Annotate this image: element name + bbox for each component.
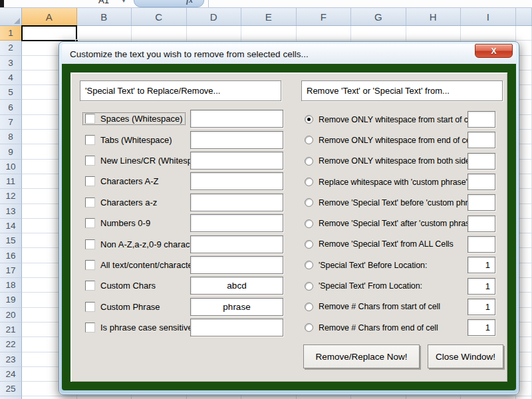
checkbox[interactable] [85, 156, 95, 166]
column-header-A[interactable]: A [22, 8, 77, 25]
radio-button[interactable] [305, 261, 313, 269]
row-header-12[interactable]: 12 [0, 189, 22, 203]
text-input[interactable] [190, 194, 283, 211]
cell-partial[interactable] [516, 26, 532, 41]
close-window-button[interactable]: Close Window! [428, 344, 503, 368]
number-input[interactable] [467, 215, 495, 232]
cell-F26[interactable] [297, 396, 352, 399]
row-header-22[interactable]: 22 [0, 337, 22, 352]
row-header-24[interactable]: 24 [0, 367, 22, 382]
row-header-21[interactable]: 21 [0, 323, 22, 337]
radio-button[interactable] [305, 219, 313, 228]
name-box-dropdown-icon[interactable]: ▾ [122, 0, 125, 4]
radio-button[interactable] [305, 323, 313, 332]
text-input[interactable] [190, 214, 283, 232]
row-header-20[interactable]: 20 [0, 308, 22, 323]
number-input[interactable]: 1 [467, 299, 495, 315]
checkbox[interactable] [85, 135, 95, 145]
cell-C26[interactable] [132, 396, 187, 399]
cell-E1[interactable] [241, 26, 297, 41]
row-header-23[interactable]: 23 [0, 352, 22, 367]
text-input[interactable] [190, 172, 283, 190]
number-input[interactable] [467, 236, 495, 253]
number-input[interactable] [467, 111, 495, 128]
cell-E26[interactable] [241, 396, 297, 399]
number-input[interactable]: 1 [467, 278, 495, 295]
cell-B26[interactable] [77, 396, 132, 399]
row-header-18[interactable]: 18 [0, 278, 22, 293]
row-header-8[interactable]: 8 [0, 130, 22, 144]
insert-function-icon[interactable]: fx [186, 0, 193, 5]
checkbox[interactable] [85, 198, 95, 207]
checkbox[interactable] [85, 323, 95, 332]
close-button[interactable]: X [475, 44, 513, 58]
row-header-26[interactable]: 26 [0, 396, 22, 399]
column-header-F[interactable]: F [297, 8, 352, 25]
row-header-14[interactable]: 14 [0, 219, 22, 233]
checkbox-group[interactable]: Numbers 0-9 [83, 217, 152, 229]
number-input[interactable] [467, 153, 495, 170]
row-header-25[interactable]: 25 [0, 382, 22, 396]
row-header-15[interactable]: 15 [0, 233, 22, 248]
number-input[interactable]: 1 [467, 319, 495, 336]
text-input[interactable] [190, 152, 283, 170]
radio-button[interactable] [305, 303, 313, 311]
number-input[interactable] [467, 194, 495, 211]
cell-A26[interactable] [22, 396, 77, 399]
radio-button[interactable] [305, 136, 313, 144]
row-header-16[interactable]: 16 [0, 248, 22, 263]
cell-I1[interactable] [461, 26, 516, 41]
checkbox-group[interactable]: Characters A-Z [83, 176, 160, 187]
checkbox[interactable] [85, 281, 95, 291]
cell-F1[interactable] [297, 26, 352, 41]
row-header-13[interactable]: 13 [0, 204, 22, 219]
row-header-4[interactable]: 4 [0, 70, 22, 85]
row-header-6[interactable]: 6 [0, 100, 22, 114]
row-header-3[interactable]: 3 [0, 56, 22, 70]
column-header-E[interactable]: E [241, 8, 297, 25]
cell-C1[interactable] [132, 26, 187, 41]
radio-button[interactable] [305, 178, 313, 186]
radio-button[interactable] [305, 198, 313, 207]
row-header-5[interactable]: 5 [0, 85, 22, 100]
checkbox[interactable] [85, 239, 95, 249]
radio-button[interactable] [305, 115, 313, 124]
column-header-D[interactable]: D [187, 8, 242, 25]
column-header-partial[interactable] [516, 8, 532, 25]
number-input[interactable] [467, 174, 495, 190]
cell-D1[interactable] [187, 26, 242, 41]
number-input[interactable] [467, 132, 495, 148]
text-input[interactable] [190, 235, 283, 253]
checkbox[interactable] [85, 302, 95, 312]
cell-H26[interactable] [406, 396, 462, 399]
row-header-1[interactable]: 1 [0, 26, 22, 41]
checkbox-group[interactable]: Characters a-z [83, 197, 159, 208]
remove-replace-button[interactable]: Remove/Replace Now! [303, 344, 420, 368]
cell-H1[interactable] [406, 26, 462, 41]
text-input[interactable] [190, 110, 283, 128]
cell-partial[interactable] [516, 396, 532, 399]
cell-G26[interactable] [351, 396, 406, 399]
text-input[interactable] [190, 319, 283, 336]
text-input[interactable] [190, 131, 283, 149]
checkbox-group[interactable]: All text/content/characters [83, 259, 202, 271]
radio-button[interactable] [305, 282, 313, 291]
row-header-2[interactable]: 2 [0, 41, 22, 55]
cell-I26[interactable] [461, 396, 516, 399]
cell-G1[interactable] [351, 26, 406, 41]
checkbox-group[interactable]: Spaces (Whitespace) [83, 113, 185, 124]
row-header-10[interactable]: 10 [0, 160, 22, 174]
number-input[interactable]: 1 [467, 257, 495, 273]
column-header-H[interactable]: H [406, 8, 462, 25]
cell-B1[interactable] [77, 26, 132, 41]
row-header-11[interactable]: 11 [0, 174, 22, 189]
radio-button[interactable] [305, 157, 313, 166]
name-box[interactable]: A1 [98, 0, 109, 5]
cell-D26[interactable] [187, 396, 242, 399]
checkbox-group[interactable]: Custom Phrase [83, 301, 162, 313]
column-header-G[interactable]: G [351, 8, 406, 25]
column-header-B[interactable]: B [77, 8, 132, 25]
text-input[interactable] [190, 256, 283, 274]
text-input[interactable]: abcd [190, 277, 283, 295]
radio-button[interactable] [305, 240, 313, 249]
